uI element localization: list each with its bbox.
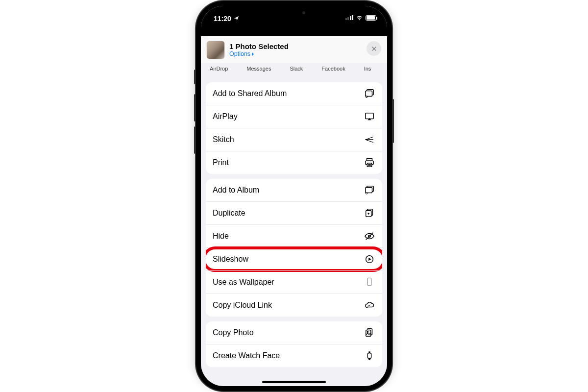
share-sheet: 1 Photo Selected Options bbox=[201, 36, 387, 63]
share-target-facebook[interactable]: Facebook bbox=[321, 66, 345, 72]
svg-rect-18 bbox=[368, 278, 371, 286]
action-skitch[interactable]: Skitch bbox=[206, 128, 382, 151]
close-icon bbox=[371, 46, 377, 52]
watch-icon bbox=[364, 350, 375, 361]
action-copy-icloud-link[interactable]: Copy iCloud Link bbox=[206, 294, 382, 317]
options-link[interactable]: Options bbox=[229, 50, 289, 57]
action-create-watch-face[interactable]: Create Watch Face bbox=[206, 344, 382, 367]
cloud-link-icon bbox=[364, 300, 375, 311]
earpiece-dot bbox=[302, 11, 305, 14]
wallpaper-icon bbox=[364, 277, 375, 288]
screen: 11:20 1 Photo Selected bbox=[201, 6, 387, 386]
sheet-header: 1 Photo Selected Options bbox=[201, 36, 387, 63]
svg-point-3 bbox=[366, 96, 367, 97]
svg-rect-20 bbox=[366, 330, 371, 337]
notch bbox=[247, 6, 341, 20]
row-label: Skitch bbox=[213, 135, 234, 144]
action-hide[interactable]: Hide bbox=[206, 224, 382, 247]
action-use-as-wallpaper[interactable]: Use as Wallpaper bbox=[206, 270, 382, 294]
photo-thumbnail[interactable] bbox=[207, 41, 224, 59]
action-section-3: Copy Photo Create Watch Face bbox=[206, 321, 382, 367]
home-indicator[interactable] bbox=[262, 381, 326, 383]
status-time: 11:20 bbox=[214, 15, 231, 23]
action-section-2: Add to Album Duplicate bbox=[206, 179, 382, 317]
power-button bbox=[392, 99, 394, 143]
row-label: Create Watch Face bbox=[213, 351, 280, 360]
share-apps-row[interactable]: AirDrop Messages Slack Facebook Ins bbox=[201, 63, 387, 76]
sheet-backdrop bbox=[201, 24, 387, 36]
skitch-icon bbox=[364, 134, 375, 145]
sheet-title: 1 Photo Selected bbox=[229, 42, 289, 50]
row-label: Copy Photo bbox=[213, 328, 254, 337]
svg-rect-23 bbox=[368, 351, 370, 353]
action-add-to-album[interactable]: Add to Album bbox=[206, 179, 382, 201]
print-icon bbox=[364, 157, 375, 168]
row-label: Add to Album bbox=[213, 186, 259, 195]
row-label: Slideshow bbox=[213, 255, 248, 264]
hide-icon bbox=[364, 231, 375, 242]
svg-rect-7 bbox=[367, 163, 371, 167]
duplicate-icon bbox=[364, 208, 375, 219]
action-copy-photo[interactable]: Copy Photo bbox=[206, 321, 382, 344]
row-label: Add to Shared Album bbox=[213, 89, 287, 98]
svg-rect-22 bbox=[368, 353, 371, 359]
cellular-signal-icon bbox=[345, 15, 354, 20]
phone-frame: 11:20 1 Photo Selected bbox=[196, 1, 392, 391]
share-target-airdrop[interactable]: AirDrop bbox=[210, 66, 228, 72]
close-button[interactable] bbox=[367, 41, 381, 56]
battery-icon bbox=[366, 15, 376, 21]
mute-switch bbox=[194, 70, 196, 84]
row-label: Hide bbox=[213, 232, 229, 241]
action-section-1: Add to Shared Album AirPlay bbox=[206, 82, 382, 174]
location-arrow-icon bbox=[234, 15, 239, 23]
row-label: Copy iCloud Link bbox=[213, 301, 272, 310]
volume-down-button bbox=[194, 126, 196, 154]
options-label: Options bbox=[229, 50, 250, 57]
volume-up-button bbox=[194, 94, 196, 122]
share-target-messages[interactable]: Messages bbox=[246, 66, 271, 72]
shared-album-icon bbox=[364, 88, 375, 99]
airplay-icon bbox=[364, 111, 375, 122]
row-label: Use as Wallpaper bbox=[213, 278, 274, 287]
wifi-icon bbox=[356, 14, 363, 22]
share-target-more[interactable]: Ins bbox=[364, 66, 371, 72]
action-add-shared-album[interactable]: Add to Shared Album bbox=[206, 82, 382, 105]
action-slideshow[interactable]: Slideshow bbox=[206, 247, 382, 270]
share-target-slack[interactable]: Slack bbox=[290, 66, 303, 72]
chevron-right-icon bbox=[251, 52, 255, 56]
row-label: Print bbox=[213, 158, 229, 167]
action-print[interactable]: Print bbox=[206, 151, 382, 174]
svg-rect-1 bbox=[366, 91, 372, 97]
svg-rect-24 bbox=[368, 359, 370, 360]
copy-photo-icon bbox=[364, 327, 375, 338]
row-label: AirPlay bbox=[213, 112, 238, 121]
add-album-icon bbox=[364, 185, 375, 196]
row-label: Duplicate bbox=[213, 209, 245, 218]
play-icon bbox=[364, 254, 375, 265]
action-duplicate[interactable]: Duplicate bbox=[206, 201, 382, 224]
action-airplay[interactable]: AirPlay bbox=[206, 105, 382, 128]
svg-rect-11 bbox=[366, 188, 372, 193]
